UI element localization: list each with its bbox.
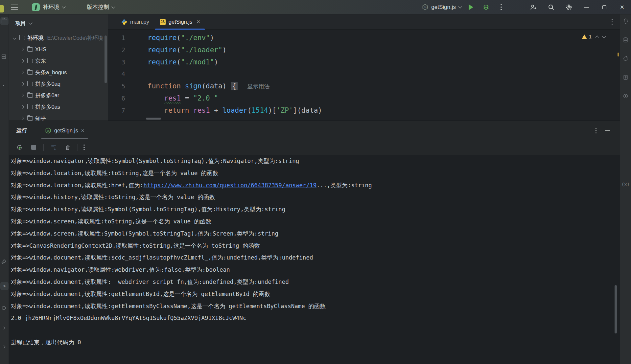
- code-line-2[interactable]: 2require("./loader"): [108, 44, 620, 56]
- editor-hscrollbar[interactable]: [146, 118, 161, 120]
- database-tool-button[interactable]: [622, 36, 629, 43]
- console-line-3: 对象=>window.location,读取属性:href,值为:https:/…: [11, 179, 620, 192]
- chevron-right-icon[interactable]: [21, 71, 24, 74]
- settings-button[interactable]: [563, 2, 574, 12]
- more-button[interactable]: [496, 2, 507, 12]
- stop-button[interactable]: [29, 143, 38, 152]
- project-tool-button[interactable]: [0, 17, 9, 25]
- chevron-right-icon[interactable]: [21, 59, 24, 63]
- code-line-7[interactable]: 7 return res1 + loader(1514)['ZP'](data): [108, 104, 620, 117]
- run-panel-options-icon[interactable]: [596, 128, 597, 134]
- tree-root-path: E:\CrawlerCode\补环境: [47, 34, 104, 42]
- next-problem-button[interactable]: [602, 34, 606, 38]
- folder-icon: [19, 36, 25, 40]
- chevron-right-icon[interactable]: [21, 105, 24, 109]
- console-output[interactable]: 对象=>window.navigator,读取属性:Symbol(Symbol.…: [9, 155, 620, 364]
- tree-item-拼多多0ar[interactable]: 拼多多0ar: [9, 90, 108, 101]
- line-number[interactable]: 7: [108, 104, 125, 117]
- add-user-button[interactable]: [528, 2, 539, 12]
- project-panel-header[interactable]: 项目: [9, 14, 108, 32]
- tree-item-知乎[interactable]: 知乎: [9, 113, 108, 121]
- console-line-8: 对象=>CanvasRenderingContext2D,读取属性:toStri…: [11, 240, 620, 252]
- search-button[interactable]: [546, 2, 557, 12]
- line-number[interactable]: 3: [108, 56, 125, 68]
- project-selector[interactable]: 补环境: [30, 2, 67, 12]
- more-tools-button[interactable]: [0, 82, 7, 89]
- chevron-right-icon[interactable]: [21, 117, 24, 120]
- maximize-button[interactable]: [599, 2, 610, 12]
- close-window-button[interactable]: ×: [617, 2, 628, 12]
- project-tree: 补环境 E:\CrawlerCode\补环境 XHS京东头条a_bogus拼多多…: [9, 32, 108, 121]
- run-tab-getsign-js[interactable]: JS getSign.js ×: [41, 121, 88, 140]
- notifications-tool-button[interactable]: [622, 18, 629, 24]
- tree-item-root[interactable]: 补环境 E:\CrawlerCode\补环境: [9, 32, 108, 44]
- line-number[interactable]: 2: [108, 44, 125, 56]
- editor-scrollbar[interactable]: [617, 30, 620, 121]
- variables-tool-button[interactable]: (x): [622, 181, 629, 188]
- previous-problem-button[interactable]: [595, 35, 599, 39]
- warning-icon: [582, 34, 587, 39]
- tree-item-XHS[interactable]: XHS: [9, 44, 108, 55]
- separator: [43, 144, 44, 151]
- code-line-4[interactable]: 4: [108, 68, 620, 80]
- line-number[interactable]: 5: [108, 80, 125, 92]
- tab-getsign-js[interactable]: getSign.js ×: [154, 14, 205, 29]
- tree-item-拼多多0as[interactable]: 拼多多0as: [9, 101, 108, 113]
- stop-icon: [31, 145, 36, 150]
- chevron-right-icon[interactable]: [21, 94, 24, 97]
- tab-options-icon[interactable]: [612, 19, 613, 25]
- folder-icon: [27, 105, 33, 109]
- run-button[interactable]: [465, 2, 477, 12]
- close-tab-icon[interactable]: ×: [197, 18, 200, 25]
- folder-icon: [27, 59, 33, 63]
- project-tree-children: XHS京东头条a_bogus拼多多0aq拼多多0ar拼多多0as知乎: [9, 44, 108, 121]
- document-icon: [623, 75, 628, 80]
- tool-stripe-button[interactable]: [0, 343, 7, 350]
- run-tab-label: getSign.js: [54, 127, 78, 134]
- ai-assistant-tool-button[interactable]: [622, 93, 629, 99]
- run-config-selector[interactable]: JS getSign.js: [422, 4, 461, 11]
- console-options-icon[interactable]: [83, 145, 85, 150]
- hide-panel-icon[interactable]: [605, 130, 610, 131]
- clear-console-button[interactable]: [63, 143, 72, 152]
- documentation-tool-button[interactable]: [622, 74, 629, 80]
- close-tab-icon[interactable]: ×: [81, 127, 84, 134]
- code-line-3[interactable]: 3require("./mod1"): [108, 56, 620, 68]
- terminal-tool-button[interactable]: >: [0, 282, 9, 290]
- vcs-widget[interactable]: 版本控制: [87, 3, 115, 11]
- debug-button[interactable]: [480, 2, 492, 12]
- code-line-1[interactable]: 1require("./env"): [108, 32, 620, 44]
- vcs-label: 版本控制: [87, 3, 109, 11]
- project-scrollbar[interactable]: [105, 35, 107, 83]
- tree-item-京东[interactable]: 京东: [9, 55, 108, 67]
- sync-tool-button[interactable]: [622, 55, 629, 62]
- chevron-right-icon[interactable]: [21, 82, 24, 86]
- services-tool-button[interactable]: [0, 305, 7, 311]
- tree-item-头条a_bogus[interactable]: 头条a_bogus: [9, 67, 108, 78]
- tree-item-拼多多0aq[interactable]: 拼多多0aq: [9, 78, 108, 90]
- code-line-5[interactable]: 5function sign(data) {显示用法: [108, 80, 620, 92]
- chevron-down-icon[interactable]: [13, 36, 16, 40]
- tab-main-py[interactable]: main.py: [116, 14, 154, 29]
- tool-stripe-button[interactable]: [0, 325, 7, 331]
- rerun-button[interactable]: [15, 143, 24, 152]
- scroll-to-end-button[interactable]: [49, 143, 58, 152]
- code-editor[interactable]: 1require("./env")2require("./loader")3re…: [108, 30, 620, 121]
- console-text: 对象=>CanvasRenderingContext2D,读取属性:toStri…: [11, 242, 260, 249]
- console-link[interactable]: https://www.zhihu.com/question/664387359…: [143, 182, 316, 189]
- console-text: 对象=>window.location,读取属性:toString,这是一个名为…: [11, 170, 218, 176]
- build-tool-button[interactable]: [0, 258, 7, 265]
- minimize-button[interactable]: [581, 2, 592, 12]
- code-text: require("./loader"): [148, 44, 226, 56]
- menu-icon[interactable]: [11, 5, 18, 10]
- code-text: require("./env"): [148, 32, 214, 44]
- code-line-6[interactable]: 6 res1 = "2.0_": [108, 92, 620, 104]
- folder-icon: [27, 116, 33, 121]
- line-number[interactable]: 6: [108, 92, 125, 104]
- structure-tool-button[interactable]: [0, 53, 7, 60]
- chevron-right-icon[interactable]: [21, 48, 24, 51]
- line-number[interactable]: 4: [108, 68, 125, 80]
- console-scrollbar[interactable]: [615, 285, 617, 333]
- warning-count: 1: [589, 34, 592, 39]
- line-number[interactable]: 1: [108, 32, 125, 44]
